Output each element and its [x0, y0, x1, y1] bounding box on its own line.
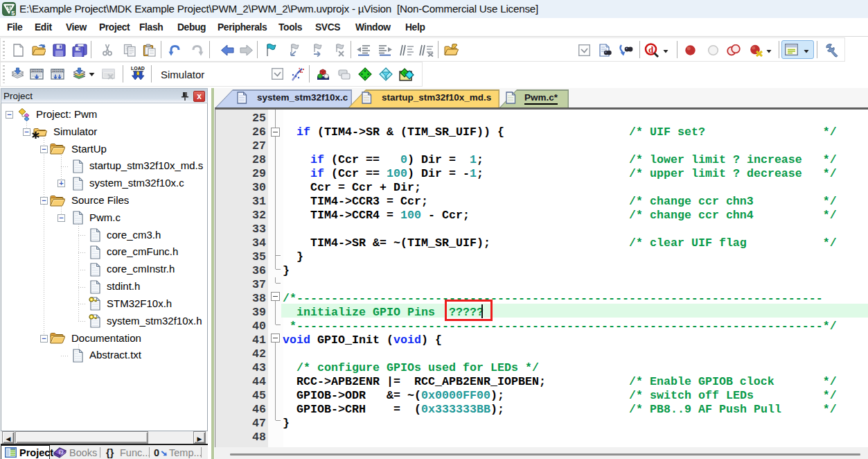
svg-text:?: ?: [60, 450, 62, 455]
svg-text:101010: 101010: [31, 69, 43, 73]
svg-text:LOAD: LOAD: [131, 66, 145, 71]
svg-text:101010: 101010: [52, 69, 64, 73]
svg-text:d: d: [648, 44, 654, 55]
